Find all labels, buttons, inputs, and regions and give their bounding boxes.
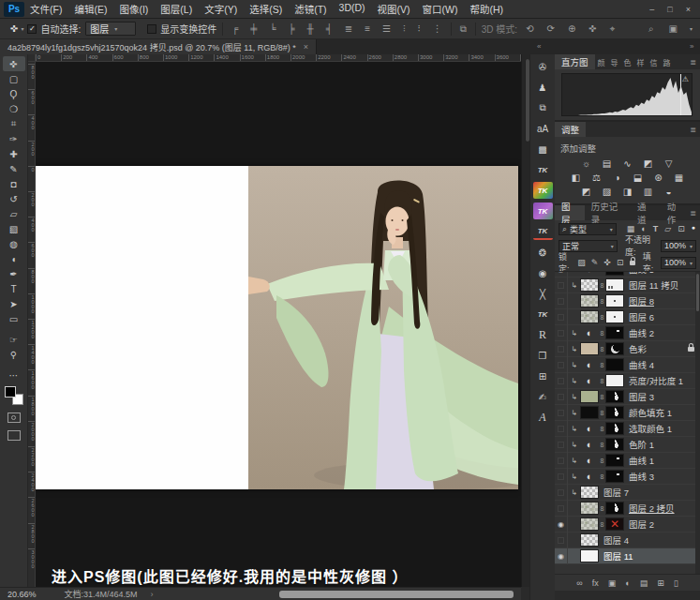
layer-mask-thumbnail[interactable] [605, 438, 624, 451]
layer-thumbnail[interactable] [580, 406, 599, 419]
healing-brush-tool[interactable]: ✚ [3, 146, 25, 161]
layer-mask-thumbnail[interactable] [605, 358, 624, 371]
layer-row[interactable]: ↳8图层 11 拷贝 [555, 278, 700, 293]
quick-mask-icon[interactable] [7, 412, 21, 423]
layer-name[interactable]: 图层 2 拷贝 [629, 502, 675, 515]
move-tool-preset-icon[interactable]: ✜ [7, 23, 21, 34]
menu-item-3[interactable]: 图层(L) [160, 2, 192, 16]
canvas-vertical-scrollbar[interactable] [521, 54, 529, 587]
clone-source-panel-icon[interactable]: ⧉ [533, 99, 553, 116]
layer-mask-thumbnail[interactable] [605, 390, 624, 403]
crop-tool[interactable]: ⌗ [3, 116, 25, 131]
auto-select-checkbox[interactable]: ✓ [27, 24, 37, 34]
tab-panel-0[interactable]: 颜 [595, 54, 608, 69]
rectangular-marquee-tool[interactable]: ▢ [3, 71, 25, 86]
layer-mask-thumbnail[interactable] [605, 470, 624, 483]
distribute-left-icon[interactable]: ⫶ [400, 23, 409, 35]
layer-thumbnail[interactable]: ◐ [580, 454, 599, 467]
visibility-toggle[interactable] [555, 325, 568, 341]
zoom-level-field[interactable]: 20.66% [7, 590, 37, 599]
mask-link-icon[interactable]: 8 [599, 298, 605, 305]
layer-row[interactable]: 8图层 2 拷贝 [555, 501, 700, 517]
move-tool[interactable]: ✜ [3, 56, 25, 71]
filter-toggle-icon[interactable]: ● [691, 224, 696, 233]
layer-mask-thumbnail[interactable] [605, 374, 624, 387]
tab-close-icon[interactable]: × [304, 42, 308, 52]
maximize-icon[interactable]: □ [667, 5, 672, 14]
invert-icon[interactable]: ◩ [579, 186, 593, 198]
layer-thumbnail[interactable] [580, 390, 599, 403]
visibility-toggle[interactable] [555, 341, 568, 357]
horizontal-scrollbar-thumb[interactable] [279, 591, 514, 598]
layer-name[interactable]: 图层 6 [629, 310, 654, 323]
visibility-toggle[interactable] [555, 485, 568, 501]
lock-transparent-pixels-icon[interactable]: ▨ [576, 258, 587, 267]
layer-thumbnail[interactable]: ◐ [580, 271, 599, 276]
black-white-icon[interactable]: ◑ [610, 172, 624, 184]
color-lookup-icon[interactable]: ▦ [672, 172, 686, 184]
opacity-field[interactable]: 100% ▾ [661, 240, 696, 252]
layer-row[interactable]: ◉↳◐8曲线 5 [555, 271, 700, 278]
workspace-switcher-icon[interactable]: ▣ [666, 23, 680, 34]
layer-name[interactable]: 曲线 2 [629, 326, 654, 339]
layer-mask-thumbnail[interactable] [605, 502, 624, 515]
layer-thumbnail[interactable] [580, 486, 599, 499]
lock-all-icon[interactable] [630, 261, 634, 265]
distribute-top-icon[interactable]: ≣ [342, 23, 355, 35]
3d-drag-icon[interactable]: ⊕ [565, 23, 578, 35]
mask-link-icon[interactable]: 8 [599, 410, 605, 416]
edit-toolbar[interactable]: ⋯ [3, 368, 25, 382]
mask-link-icon[interactable]: 8 [599, 362, 605, 368]
type-tool[interactable]: T [3, 281, 25, 296]
selective-color-icon[interactable]: ◒ [662, 186, 676, 198]
dodge-tool[interactable]: ◖ [3, 251, 25, 266]
layer-thumbnail[interactable]: ◐ [580, 374, 599, 387]
panel-menu-icon[interactable]: ≣ [690, 58, 700, 67]
pen-tool[interactable]: ✒ [3, 266, 25, 281]
mask-link-icon[interactable]: 8 [599, 473, 605, 480]
gradient-tool[interactable]: ▧ [3, 221, 25, 236]
mask-link-icon[interactable]: 8 [599, 505, 605, 512]
menu-item-5[interactable]: 选择(S) [249, 2, 282, 16]
canvas-area[interactable]: 进入PS修图(此图已经修好.我用的是中性灰修图 ） [36, 62, 521, 587]
layer-mask-thumbnail[interactable] [605, 422, 624, 435]
layer-mask-thumbnail[interactable] [605, 310, 624, 323]
web-sharpener-panel-icon[interactable]: ❂ [533, 244, 553, 261]
lock-position-icon[interactable]: ✜ [603, 258, 612, 267]
layer-mask-thumbnail[interactable] [605, 342, 624, 355]
layer-row[interactable]: ↳8色彩 [555, 341, 700, 357]
new-adjustment-layer-icon[interactable]: ◐ [625, 578, 630, 588]
visibility-toggle[interactable] [555, 453, 568, 469]
layer-thumbnail[interactable]: ◐ [580, 438, 599, 451]
menu-item-2[interactable]: 图像(I) [119, 2, 148, 16]
layer-row[interactable]: ↳◐8曲线 4 [555, 357, 700, 373]
layer-mask-thumbnail[interactable] [605, 518, 624, 531]
filter-smart-objects-icon[interactable]: ⊡ [677, 224, 686, 233]
distribute-vertical-icon[interactable]: ≡ [362, 23, 373, 35]
menu-item-9[interactable]: 窗口(W) [423, 2, 458, 16]
align-right-edges-icon[interactable]: ╡ [323, 23, 335, 35]
layer-name[interactable]: 色阶 1 [629, 438, 654, 451]
quick-selection-tool[interactable]: ❍ [3, 101, 25, 116]
shape-tool[interactable]: ▭ [3, 311, 25, 326]
tab-panel-3[interactable]: 样 [634, 54, 648, 69]
layer-row[interactable]: ↳◐8色阶 1 [555, 437, 700, 453]
hand-tool[interactable]: ☞ [3, 332, 25, 347]
visibility-toggle[interactable] [555, 437, 568, 453]
mask-link-icon[interactable]: 8 [599, 271, 605, 273]
layer-thumbnail[interactable] [580, 294, 599, 308]
3d-scale-icon[interactable]: ⌖ [607, 23, 618, 35]
mask-link-icon[interactable]: 8 [599, 346, 605, 352]
layer-name[interactable]: 图层 3 [629, 390, 654, 403]
menu-item-1[interactable]: 编辑(E) [74, 2, 107, 16]
mask-link-icon[interactable]: 8 [599, 521, 605, 528]
layer-mask-thumbnail[interactable] [605, 326, 624, 339]
layer-name[interactable]: 曲线 5 [629, 271, 654, 276]
show-transform-checkbox[interactable] [147, 24, 156, 34]
brightness-contrast-icon[interactable]: ☼ [579, 158, 593, 170]
layer-thumbnail[interactable] [580, 278, 599, 292]
zoom-tool[interactable]: ⚲ [3, 347, 25, 362]
3d-rotate-icon[interactable]: ⟲ [523, 23, 536, 35]
mask-link-icon[interactable]: 8 [599, 394, 605, 400]
visibility-toggle[interactable] [555, 373, 568, 389]
